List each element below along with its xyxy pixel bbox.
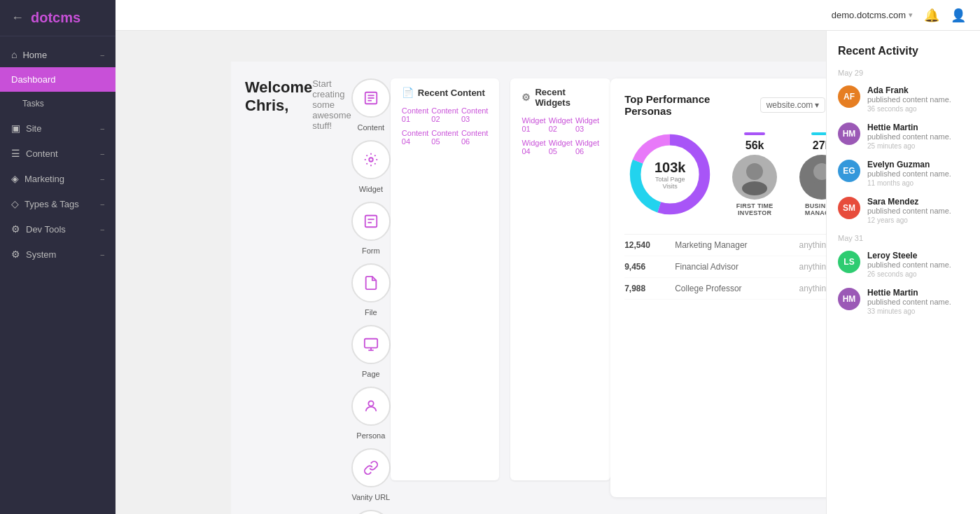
domain-selector[interactable]: demo.dotcms.com ▾ — [832, 10, 913, 20]
recent-widget-item[interactable]: Widget 04 — [522, 137, 545, 157]
quick-action-form[interactable]: Form — [351, 202, 391, 255]
domain-label: demo.dotcms.com — [832, 10, 906, 20]
sidebar-item-system[interactable]: ⚙ System – — [0, 242, 115, 267]
system-icon: ⚙ — [11, 249, 20, 260]
activity-avatar: AF — [838, 85, 860, 108]
sidebar-item-tasks[interactable]: Tasks — [0, 92, 115, 116]
activity-user-name: Hettie Martin — [867, 123, 969, 132]
user-avatar-icon[interactable]: 👤 — [951, 8, 966, 23]
content-icon: ☰ — [11, 148, 20, 159]
recent-content-item[interactable]: Content 01 — [402, 105, 429, 125]
activity-user-name: Ada Frank — [867, 85, 969, 95]
table-cell-value: 9,456 — [624, 262, 666, 272]
chevron-right-icon: – — [100, 150, 104, 158]
sidebar-item-content-label: Content — [26, 148, 58, 159]
recent-content-label: Recent Content — [418, 88, 485, 98]
quick-action-page[interactable]: Page — [351, 325, 391, 378]
recent-content-item[interactable]: Content 02 — [431, 105, 458, 125]
form-action-label: Form — [362, 246, 380, 255]
widget-action-label: Widget — [359, 185, 383, 193]
recent-widget-item[interactable]: Widget 05 — [549, 137, 573, 157]
sidebar-item-site-label: Site — [26, 123, 41, 134]
recent-content-item[interactable]: Content 04 — [402, 127, 429, 147]
file-action-label: File — [365, 308, 377, 317]
activity-user-name: Leroy Steele — [867, 251, 969, 261]
quick-action-persona[interactable]: Persona — [351, 387, 391, 440]
table-row: 7,988 College Professor anything else? J… — [624, 278, 826, 300]
svg-point-19 — [742, 181, 767, 195]
recent-widget-item[interactable]: Widget 01 — [522, 115, 545, 134]
activity-action: published content name. — [867, 169, 969, 178]
sidebar-item-site[interactable]: ▣ Site – — [0, 116, 115, 141]
dev-tools-icon: ⚙ — [11, 223, 20, 235]
widget-action-icon — [351, 140, 391, 179]
activity-text: Evelyn Guzman published content name. 11… — [867, 160, 969, 187]
quick-action-file[interactable]: File — [351, 263, 391, 317]
table-cell-extra: anything else? — [798, 284, 826, 293]
chevron-right-icon: – — [100, 175, 104, 183]
sidebar-item-marketing[interactable]: ◈ Marketing – — [0, 166, 115, 191]
personas-list: 56k FIRST TIME INVESTOR 27k — [732, 132, 826, 216]
recent-widgets-title: ⚙ Recent Widgets — [522, 87, 599, 108]
activity-action: published content name. — [867, 207, 969, 215]
recent-content-icon: 📄 — [402, 87, 414, 98]
recent-content-item[interactable]: Content 03 — [461, 105, 489, 125]
persona-action-icon — [351, 387, 391, 426]
activity-item: HM Hettie Martin published content name.… — [838, 123, 969, 150]
sidebar: ← dotcms ⌂ Home – Dashboard Tasks — [0, 0, 115, 514]
svg-point-11 — [368, 401, 373, 406]
chevron-right-icon: – — [100, 51, 104, 59]
table-cell-name: Financial Advisor — [675, 262, 790, 272]
file-action-icon — [351, 263, 391, 303]
chevron-right-icon: – — [100, 125, 104, 132]
recent-row: 📄 Recent Content Content 01 Content 02 C… — [391, 78, 610, 480]
website-selector[interactable]: website.com ▾ — [760, 97, 826, 113]
activity-panel-title: Recent Activity — [838, 45, 969, 57]
activity-item: LS Leroy Steele published content name. … — [838, 251, 969, 278]
activity-action: published content name. — [867, 95, 969, 104]
page-action-icon — [351, 325, 391, 364]
recent-widgets-icon: ⚙ — [522, 92, 531, 103]
activity-action: published content name. — [867, 261, 969, 269]
table-cell-value: 7,988 — [624, 284, 666, 293]
site-icon: ▣ — [11, 123, 20, 134]
activity-text: Ada Frank published content name. 36 sec… — [867, 85, 969, 113]
sidebar-logo: ← dotcms — [0, 0, 115, 36]
quick-action-widget[interactable]: Widget — [351, 140, 391, 193]
activity-date-2: May 31 — [838, 234, 969, 242]
quick-action-content[interactable]: Content — [351, 78, 391, 132]
recent-content-title: 📄 Recent Content — [402, 87, 489, 98]
sidebar-item-dev-tools[interactable]: ⚙ Dev Tools – — [0, 216, 115, 242]
recent-widget-item[interactable]: Widget 06 — [575, 137, 599, 157]
activity-item: AF Ada Frank published content name. 36 … — [838, 85, 969, 113]
persona-indicator — [811, 132, 826, 135]
personas-chart-area: 103k Total Page Visits 56k FIRST TIM — [624, 129, 826, 220]
quick-actions-row: Content Widget Form File — [351, 78, 391, 480]
sidebar-item-home[interactable]: ⌂ Home – — [0, 42, 115, 67]
persona-value: 56k — [746, 139, 764, 152]
activity-time: 12 years ago — [867, 216, 969, 224]
recent-content-item[interactable]: Content 06 — [461, 127, 489, 147]
recent-content-item[interactable]: Content 05 — [431, 127, 458, 147]
chevron-right-icon: – — [100, 200, 104, 208]
activity-avatar: HM — [838, 288, 860, 310]
donut-value: 103k — [648, 160, 693, 176]
sidebar-item-dev-tools-label: Dev Tools — [26, 224, 66, 235]
panels-row: Top Performance Personas website.com ▾ Q… — [610, 78, 826, 497]
recent-widget-item[interactable]: Widget 03 — [575, 115, 599, 134]
topbar: demo.dotcms.com ▾ 🔔 👤 — [115, 0, 980, 31]
page-title: Welcome Chris, — [245, 78, 312, 494]
activity-item: EG Evelyn Guzman published content name.… — [838, 160, 969, 187]
quick-action-key-value[interactable]: Key/Value — [351, 510, 391, 514]
sidebar-item-dashboard[interactable]: Dashboard — [0, 67, 115, 92]
back-arrow-icon[interactable]: ← — [11, 11, 24, 25]
activity-user-name: Hettie Martin — [867, 288, 969, 298]
recent-widget-item[interactable]: Widget 02 — [549, 115, 573, 134]
sidebar-item-types-tags[interactable]: ◇ Types & Tags – — [0, 191, 115, 216]
content-action-icon — [351, 78, 391, 118]
sidebar-item-content[interactable]: ☰ Content – — [0, 141, 115, 166]
notification-bell-icon[interactable]: 🔔 — [924, 8, 939, 23]
sidebar-item-dashboard-label: Dashboard — [11, 74, 56, 85]
quick-action-vanity-url[interactable]: Vanity URL — [351, 448, 391, 501]
activity-avatar: EG — [838, 160, 860, 182]
